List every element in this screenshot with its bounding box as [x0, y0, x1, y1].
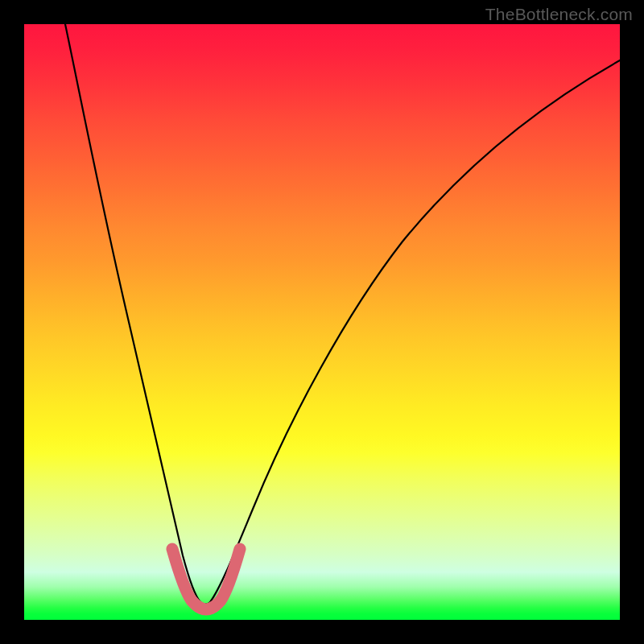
valley-marker: [172, 549, 240, 609]
brand-watermark: TheBottleneck.com: [485, 5, 633, 24]
bottleneck-curve: [65, 24, 620, 605]
plot-area: [24, 24, 620, 620]
chart-frame: TheBottleneck.com: [0, 0, 644, 644]
curve-layer: [24, 24, 620, 620]
